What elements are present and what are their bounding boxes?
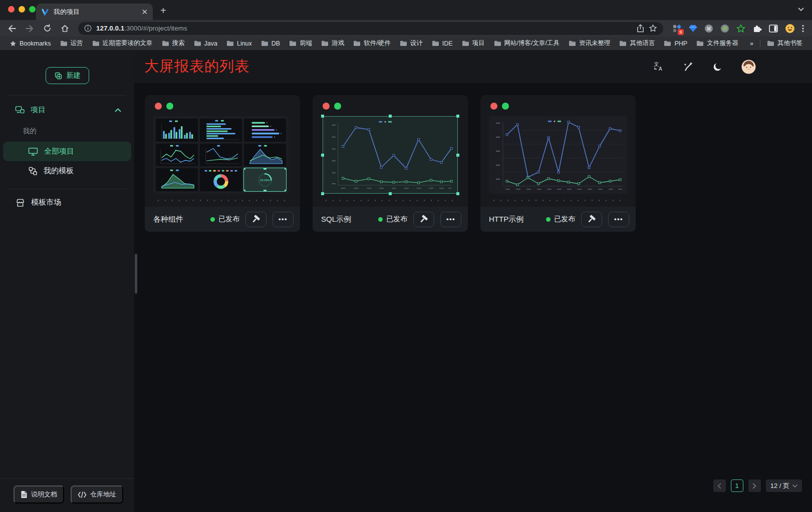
user-avatar[interactable]	[741, 60, 756, 74]
reload-button[interactable]	[40, 22, 54, 35]
bookmarks-overflow-button[interactable]: »	[745, 40, 758, 47]
svg-text:A: A	[659, 66, 662, 72]
card-dashed-divider	[323, 200, 458, 201]
address-bar[interactable]: 127.0.0.1:3000/#/project/items	[78, 22, 663, 35]
bookmark-folder[interactable]: Linux	[222, 40, 256, 47]
bookmark-folder[interactable]: 游戏	[317, 39, 349, 48]
prev-page-button[interactable]	[713, 479, 726, 492]
mini-line-chart	[200, 144, 242, 167]
tampermonkey-extension-icon[interactable]: 9	[673, 24, 682, 33]
edit-project-button[interactable]	[245, 212, 266, 227]
bookmark-folder[interactable]: IDE	[427, 40, 457, 47]
browser-tab[interactable]: 我的项目 ✕	[36, 4, 153, 20]
line-chart-preview	[489, 116, 627, 194]
bookmark-folder[interactable]: 其他语言	[615, 39, 659, 48]
command-extension-icon[interactable]: ⌘	[704, 24, 713, 33]
extensions-puzzle-icon[interactable]	[752, 24, 762, 33]
bookmark-folder[interactable]: 资讯未整理	[564, 39, 615, 48]
next-page-button[interactable]	[748, 479, 761, 492]
chevron-down-icon	[792, 484, 797, 487]
docs-button[interactable]: 说明文档	[14, 485, 64, 503]
back-button[interactable]	[5, 22, 19, 35]
repo-button[interactable]: 仓库地址	[71, 485, 123, 503]
edit-project-button[interactable]	[581, 212, 602, 227]
sidebar-item-template-market[interactable]: 模板市场	[0, 189, 134, 207]
bookmark-folder[interactable]: DB	[256, 40, 285, 47]
page-size-select[interactable]: 12 / 页	[766, 479, 802, 492]
bookmark-folder[interactable]: 网站/博客/文章/工具	[489, 39, 564, 48]
more-actions-button[interactable]: •••	[440, 212, 461, 227]
red-dot-icon	[490, 103, 497, 110]
sidebar-item-my-templates[interactable]: 我的模板	[0, 161, 134, 181]
side-panel-icon[interactable]	[769, 25, 778, 33]
other-bookmarks-folder[interactable]: 其他书签	[762, 39, 807, 48]
project-thumbnail[interactable]: 25.00%	[153, 116, 289, 194]
project-title: SQL示例	[321, 215, 351, 224]
share-icon[interactable]	[637, 24, 644, 33]
window-controls[interactable]	[8, 6, 36, 13]
tab-close-icon[interactable]: ✕	[141, 8, 148, 16]
bookmark-folder[interactable]: Java	[189, 40, 222, 47]
status-badge: 已发布	[210, 215, 239, 224]
edit-project-button[interactable]	[413, 212, 434, 227]
sidebar-item-all-projects[interactable]: 全部项目	[3, 142, 131, 161]
star-extension-icon[interactable]	[736, 24, 745, 33]
zoom-window-button[interactable]	[29, 6, 36, 13]
new-project-button[interactable]: 新建	[46, 67, 89, 84]
mini-bar-chart	[156, 119, 198, 142]
forward-button[interactable]	[23, 22, 37, 35]
tab-search-chevron-icon[interactable]	[798, 8, 804, 12]
chevron-up-icon[interactable]	[115, 108, 121, 112]
magic-wand-icon[interactable]	[683, 61, 694, 72]
project-thumbnail[interactable]	[489, 116, 627, 194]
home-button[interactable]	[58, 22, 72, 35]
dark-mode-moon-icon[interactable]	[712, 62, 723, 72]
tab-title: 我的项目	[54, 8, 137, 17]
mini-hbar-chart	[200, 119, 242, 142]
hammer-icon	[587, 215, 597, 224]
project-thumbnail[interactable]	[323, 116, 458, 194]
language-icon[interactable]: 文 A	[653, 61, 664, 72]
bookmark-folder[interactable]: 近期需要读的文章	[88, 39, 157, 48]
mini-capsule-chart	[244, 119, 286, 142]
new-tab-button[interactable]: +	[160, 5, 166, 17]
card-dots	[153, 101, 292, 110]
project-card[interactable]: 25.00% 各种组件 已发布	[145, 95, 300, 232]
hammer-icon	[419, 215, 429, 224]
bookmark-folder[interactable]: 前端	[285, 39, 317, 48]
emoji-extension-icon[interactable]	[785, 24, 795, 34]
project-list: 25.00% 各种组件 已发布	[134, 83, 812, 512]
bookmark-star-icon[interactable]	[649, 24, 657, 33]
storefront-icon	[16, 198, 25, 207]
scrollbar-thumb[interactable]	[135, 254, 137, 294]
bookmark-folder[interactable]: PHP	[659, 40, 692, 47]
card-dashed-divider	[155, 200, 290, 201]
status-dot-icon	[546, 217, 551, 222]
url-text: 127.0.0.1:3000/#/project/items	[96, 25, 187, 32]
recorder-extension-icon[interactable]	[720, 24, 729, 33]
close-window-button[interactable]	[8, 6, 15, 13]
bookmark-folder[interactable]: 文件服务器	[692, 39, 743, 48]
bookmark-folder[interactable]: 软件/硬件	[349, 39, 395, 48]
devices-icon	[15, 106, 25, 114]
red-dot-icon	[155, 103, 162, 110]
site-info-icon[interactable]	[84, 25, 92, 32]
project-card[interactable]: SQL示例 已发布 •••	[313, 95, 468, 232]
more-actions-button[interactable]: •••	[273, 212, 294, 227]
mini-donut-chart	[200, 168, 242, 191]
bookmarks-manager-item[interactable]: Bookmarks	[5, 40, 56, 47]
minimize-window-button[interactable]	[19, 6, 25, 13]
pagination: 1 12 / 页	[713, 479, 802, 492]
sidebar-group-projects[interactable]: 项目	[0, 96, 134, 115]
bookmark-folder[interactable]: 项目	[457, 39, 489, 48]
more-actions-button[interactable]: •••	[608, 212, 629, 227]
project-card[interactable]: HTTP示例 已发布 •••	[480, 95, 636, 232]
bookmark-folder[interactable]: 搜索	[157, 39, 189, 48]
bookmark-folder[interactable]: 设计	[395, 39, 427, 48]
gem-extension-icon[interactable]	[689, 25, 697, 33]
bookmark-folder[interactable]: 运营	[56, 39, 88, 48]
browser-menu-icon[interactable]	[802, 25, 804, 33]
document-icon	[21, 490, 28, 498]
current-page-button[interactable]: 1	[731, 479, 743, 492]
card-footer: SQL示例 已发布 •••	[313, 207, 468, 232]
